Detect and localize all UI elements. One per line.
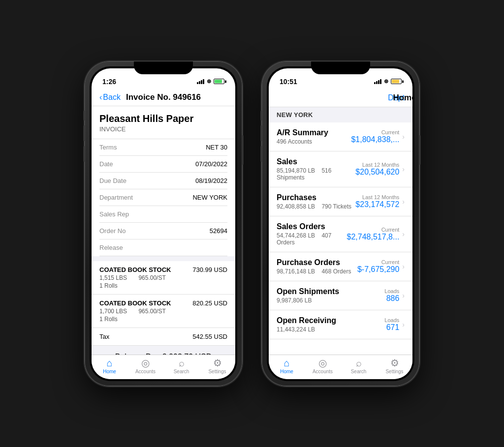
home-icon-1: ⌂ [106,358,112,368]
tab-search-2[interactable]: ⌕ Search [341,358,377,374]
sales-orders-value: $2,748,517,8... [347,233,400,241]
field-order-no: Order No 52694 [99,223,227,239]
purchases-title: Purchases [277,193,351,202]
home-row-sales-orders-right: Current $2,748,517,8... › [347,227,405,241]
nav-header-2: Home Dept [269,90,412,107]
line-item-1-amount: 730.99 USD [192,266,227,273]
os-chevron: › [402,292,405,299]
tax-value: 542.55 USD [192,333,227,340]
status-icons-1: ⊛ [197,78,224,85]
volume-down-button [83,146,85,162]
home-row-sales-right: Last 12 Months $20,504,620 › [355,162,405,177]
sales-orders-period: Current [347,227,400,233]
purchases-value: $23,174,572 [355,200,399,209]
field-label-terms: Terms [99,144,149,151]
power-button [242,135,244,165]
purchases-subtitle: 92,408,858 LB 790 Tickets [277,203,351,210]
field-label-release: Release [99,244,149,251]
accounts-icon-2: ◎ [318,358,327,368]
home-row-sales[interactable]: Sales 85,194,870 LB 516 Shipments Last 1… [269,151,412,187]
home-row-open-shipments[interactable]: Open Shipments 9,987,806 LB Loads 886 › [269,281,412,310]
home-row-open-receiving[interactable]: Open Receiving 11,443,224 LB Loads 671 › [269,310,412,339]
line-item-1-detail2: 1 Rolls [99,282,227,289]
tab-search-label-2: Search [351,369,367,374]
phone-2: 10:51 ⊛ [262,61,419,386]
field-due-date: Due Date 08/19/2022 [99,173,227,189]
home-row-ar-summary[interactable]: A/R Summary 496 Accounts Current $1,804,… [269,122,412,151]
home-row-po-right: Current $-7,675,290 › [357,259,405,274]
search-icon-2: ⌕ [356,358,362,368]
tab-settings-label-1: Settings [208,369,226,374]
chevron-back-icon: ‹ [99,93,102,102]
phone-2-frame: 10:51 ⊛ [262,61,419,386]
ar-summary-value: $1,804,838,... [351,135,399,144]
accounts-icon-1: ◎ [141,358,150,368]
field-sales-rep: Sales Rep [99,206,227,223]
tab-accounts-1[interactable]: ◎ Accounts [127,358,163,374]
sales-value: $20,504,620 [355,168,399,177]
field-value-department: NEW YORK [192,194,227,201]
sales-chevron: › [402,165,405,173]
tab-search-1[interactable]: ⌕ Search [163,358,199,374]
po-chevron: › [402,263,405,270]
search-icon-1: ⌕ [179,358,185,368]
home-row-purchase-orders[interactable]: Purchase Orders 98,716,148 LB 468 Orders… [269,252,412,281]
screenshot-container: 1:26 ⊛ [65,42,439,406]
purchases-right: Last 12 Months $23,174,572 [355,194,399,209]
tab-bar-1: ⌂ Home ◎ Accounts ⌕ Search ⚙ Settings [92,355,235,379]
tab-settings-2[interactable]: ⚙ Settings [377,358,412,374]
field-label-order-no: Order No [99,227,149,235]
purchases-chevron: › [402,198,405,206]
tab-home-2[interactable]: ⌂ Home [269,358,305,374]
home-row-or-left: Open Receiving 11,443,224 LB [277,316,336,333]
sales-subtitle: 85,194,870 LB 516 Shipments [277,167,355,181]
sales-title: Sales [277,157,355,166]
section-divider-1 [92,256,235,261]
invoice-header: Pleasant Hills Paper INVOICE [92,106,235,139]
home-row-os-left: Open Shipments 9,987,806 LB [277,287,339,304]
field-date: Date 07/20/2022 [99,156,227,173]
po-value: $-7,675,290 [357,265,399,274]
po-title: Purchase Orders [277,258,351,267]
back-button-1[interactable]: ‹ Back [99,93,121,102]
back-label-1[interactable]: Back [103,93,121,102]
tab-accounts-2[interactable]: ◎ Accounts [305,358,341,374]
field-label-department: Department [99,194,149,201]
tab-home-1[interactable]: ⌂ Home [92,358,127,374]
po-right: Current $-7,675,290 [357,259,399,274]
phone-1-notch [134,61,193,74]
invoice-fields: Terms NET 30 Date 07/20/2022 Due Date 08… [92,139,235,256]
sales-period: Last 12 Months [355,162,399,168]
tab-search-label-1: Search [174,369,189,374]
time-2: 10:51 [280,78,297,86]
or-value: 671 [384,323,399,332]
os-title: Open Shipments [277,287,339,296]
tax-label: Tax [99,333,109,340]
ar-summary-title: A/R Summary [277,128,328,137]
balance-due: Balance Due 2,093.79 USD [92,346,235,355]
line-item-1[interactable]: COATED BOOK STOCK 730.99 USD 1,515 LBS 9… [92,261,235,295]
silent-switch-2 [260,111,262,120]
home-row-purchases-right: Last 12 Months $23,174,572 › [355,194,405,209]
line-item-1-header: COATED BOOK STOCK 730.99 USD [99,266,227,273]
nav-header-1: ‹ Back Invoice No. 949616 [92,90,235,106]
home-screen-content[interactable]: NEW YORK A/R Summary 496 Accounts Curren… [269,107,412,355]
home-row-ar-left: A/R Summary 496 Accounts [277,128,328,145]
tab-bar-2: ⌂ Home ◎ Accounts ⌕ Search ⚙ Settings [269,355,412,379]
home-row-or-right: Loads 671 › [384,317,405,332]
ar-summary-chevron: › [402,133,405,141]
invoice-screen-content[interactable]: Pleasant Hills Paper INVOICE Terms NET 3… [92,106,235,355]
tab-accounts-label-1: Accounts [135,369,156,374]
tab-settings-1[interactable]: ⚙ Settings [199,358,235,374]
company-name: Pleasant Hills Paper [99,113,227,124]
invoice-type: INVOICE [99,125,227,133]
phone-1-screen: 1:26 ⊛ [92,68,235,379]
home-row-sales-orders[interactable]: Sales Orders 54,744,268 LB 407 Orders Cu… [269,216,412,252]
line-item-2[interactable]: COATED BOOK STOCK 820.25 USD 1,700 LBS 9… [92,295,235,328]
sales-orders-chevron: › [402,230,405,238]
home-row-purchases[interactable]: Purchases 92,408,858 LB 790 Tickets Last… [269,187,412,216]
tab-settings-label-2: Settings [385,369,403,374]
volume-up-button-2 [260,125,262,141]
or-chevron: › [402,321,405,328]
or-subtitle: 11,443,224 LB [277,326,336,333]
